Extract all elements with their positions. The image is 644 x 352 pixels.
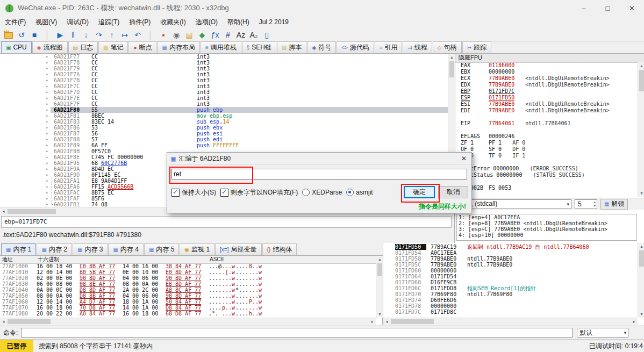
breakpoint-dot[interactable]: •: [46, 196, 51, 202]
scroll-left-arrow[interactable]: ◂: [0, 318, 7, 325]
stack-row[interactable]: 0171FD70 77B69F80 ntdll.77B69F80: [383, 291, 638, 297]
arg-count-spinner[interactable]: 5 ▴▾: [575, 199, 597, 209]
tab-dump-1[interactable]: ▦内存 1: [1, 243, 36, 255]
disasm-row[interactable]: • 6AD21F81 8BEC mov ebp,esp: [0, 113, 448, 119]
tab-cpu[interactable]: ▣CPU: [1, 41, 32, 53]
snapshot-icon[interactable]: ◉: [170, 29, 183, 41]
stack-row[interactable]: 0171FD68 D16FE9CB: [383, 279, 638, 285]
disasm-row[interactable]: • 6AD21F7E CC int3: [0, 95, 448, 101]
breakpoint-dot[interactable]: •: [46, 155, 51, 160]
tab-source[interactable]: <>源代码: [337, 41, 374, 53]
register-row[interactable]: CF 0 TF 0 IF 1: [455, 153, 636, 159]
step-out-icon[interactable]: ↑: [105, 29, 118, 41]
maximize-button[interactable]: □: [596, 0, 620, 16]
tab-seh[interactable]: §SEH链: [242, 41, 276, 53]
scroll-left-arrow[interactable]: ◂: [383, 318, 390, 325]
stack-row[interactable]: 0171FD58 77B9ABE0 ntdll.77B9ABE0: [383, 256, 638, 262]
tab-call-stack[interactable]: ≡调用堆栈: [201, 41, 241, 53]
disasm-row[interactable]: • 6AD21F87 56 push esi: [0, 131, 448, 137]
register-row[interactable]: EBX 00000000: [455, 69, 636, 75]
tab-log[interactable]: ▤日志: [68, 41, 98, 53]
tab-locals[interactable]: [x=]局部变量: [215, 243, 261, 255]
argument-row[interactable]: 4: [esp+10] 00000000: [457, 232, 636, 238]
tab-references[interactable]: »引用: [375, 41, 403, 53]
hide-fpu-header[interactable]: 隐藏FPU: [455, 54, 644, 63]
step-over-icon[interactable]: ↷: [92, 29, 105, 41]
menu-item[interactable]: 收藏夹(I): [155, 17, 190, 28]
disasm-row[interactable]: • 6AD21F77 CC int3: [0, 54, 448, 60]
breakpoint-dot[interactable]: •: [46, 184, 51, 190]
stack-row[interactable]: 0171FD50 77B9AC19 返回到 ntdll.77B9AC19 自 n…: [383, 244, 638, 250]
horizontal-scrollbar[interactable]: ◂ ▸: [0, 318, 376, 325]
stack-row[interactable]: 0171FD54 A0C17EEA: [383, 250, 638, 256]
stack-row[interactable]: 0171FD7C 0171FD8C: [383, 309, 638, 315]
command-profile-select[interactable]: 默认 ▾: [577, 328, 628, 337]
dump-row[interactable]: 77AF105008 00 0A 00D8 8B AF 7704 00 06 0…: [0, 293, 376, 299]
pause-icon[interactable]: ‖: [67, 29, 80, 41]
register-row[interactable]: GS 002B FS 0053: [455, 185, 636, 191]
open-file-icon[interactable]: [2, 29, 15, 41]
breakpoint-dot[interactable]: •: [46, 143, 51, 148]
stack-row[interactable]: 0171FD64 0171FD54: [383, 274, 638, 279]
disasm-row[interactable]: • 6AD21F83 83EC 14 sub esp,14: [0, 119, 448, 125]
argument-row[interactable]: 2: [esp+8] 77B9ABE0 <ntdll.DbgUiRemoteBr…: [457, 220, 636, 226]
stack-row[interactable]: 0171FD78 00000000: [383, 303, 638, 309]
tab-dump-4[interactable]: ▦内存 4: [108, 243, 143, 255]
cancel-button[interactable]: 取消: [438, 186, 468, 198]
scrollbar-thumb[interactable]: [639, 250, 644, 267]
vertical-scrollbar[interactable]: ▴ ▾: [638, 62, 644, 197]
tab-symbols[interactable]: ◆符号: [307, 41, 336, 53]
breakpoint-dot[interactable]: •: [46, 96, 51, 101]
breakpoint-dot[interactable]: •: [46, 202, 51, 207]
dump-row[interactable]: 77AF108020 00 22 00A0 84 AF 7716 00 18 0…: [0, 311, 376, 315]
run-icon[interactable]: ▶: [54, 29, 67, 41]
dump-row[interactable]: 77AF107016 00 18 0070 D8 AF 7714 00 1A 0…: [0, 305, 376, 311]
scroll-left-arrow[interactable]: ◂: [0, 208, 7, 215]
tab-struct[interactable]: {}结构体: [262, 243, 297, 255]
dump-row[interactable]: 77AF101012 00 14 0080 5B AF 770E 00 10 0…: [0, 269, 376, 275]
disasm-row[interactable]: • 6AD21F79 CC int3: [0, 66, 448, 71]
disasm-row[interactable]: • 6AD21F7C CC int3: [0, 83, 448, 89]
scrollbar-thumb[interactable]: [449, 61, 454, 77]
breakpoint-dot[interactable]: •: [46, 173, 51, 178]
menu-item[interactable]: 调试(D): [62, 17, 94, 28]
menu-item[interactable]: 帮助(H): [223, 17, 254, 28]
breakpoint-dot[interactable]: •: [46, 161, 51, 166]
breakpoint-dot[interactable]: •: [46, 66, 51, 71]
breakpoint-dot[interactable]: •: [46, 90, 51, 95]
disasm-row[interactable]: • 6AD21F7A CC int3: [0, 71, 448, 77]
breakpoint-dot[interactable]: •: [46, 102, 51, 107]
menu-item[interactable]: 文件(F): [0, 17, 31, 28]
disasm-row[interactable]: • 6AD21F88 57 push edi: [0, 137, 448, 142]
command-input[interactable]: [21, 328, 573, 337]
calling-convention-select[interactable]: 默认 (stdcall) ▾: [457, 199, 571, 209]
tab-script[interactable]: ▥脚本: [277, 41, 306, 53]
tab-handles[interactable]: ◇句柄: [433, 41, 462, 53]
disasm-row[interactable]: • 6AD21F7B CC int3: [0, 77, 448, 83]
menu-item[interactable]: 选项(O): [191, 17, 223, 28]
scroll-right-arrow[interactable]: ▸: [631, 318, 638, 325]
tab-dump-5[interactable]: ▦内存 5: [144, 243, 179, 255]
hash-icon[interactable]: #: [221, 29, 234, 41]
scrollbar-thumb[interactable]: [377, 263, 382, 276]
stack-row[interactable]: 0171FD5C 77B9ABE0 ntdll.77B9ABE0: [383, 262, 638, 268]
tab-dump-2[interactable]: ▦内存 2: [37, 243, 71, 255]
register-row[interactable]: EDX 77B9ABE0 <ntdll.DbgUiRemoteBreakin>: [455, 82, 636, 88]
scroll-right-arrow[interactable]: ▸: [369, 318, 376, 325]
register-row[interactable]: ESI 77B9ABE0 <ntdll.DbgUiRemoteBreakin>: [455, 101, 636, 107]
breakpoint-dot[interactable]: •: [46, 167, 51, 172]
menu-item[interactable]: 视图(V): [31, 17, 62, 28]
mouse-icon[interactable]: ▯: [260, 29, 273, 41]
register-row[interactable]: EDI 77B9ABE0 <ntdll.DbgUiRemoteBreakin>: [455, 107, 636, 114]
calculator-icon[interactable]: ƒx: [209, 29, 221, 41]
font-icon[interactable]: A₂: [247, 29, 260, 41]
scroll-up-arrow[interactable]: ▴: [638, 62, 644, 69]
breakpoint-dot[interactable]: •: [46, 131, 51, 137]
restart-icon[interactable]: ↺: [15, 29, 28, 41]
horizontal-scrollbar[interactable]: ◂ ▸: [383, 318, 638, 325]
disasm-row[interactable]: • 6AD21F78 CC int3: [0, 60, 448, 66]
scroll-up-arrow[interactable]: ▴: [638, 243, 644, 250]
shield-icon[interactable]: ◆: [196, 29, 209, 41]
dialog-radio[interactable]: XEDParse: [302, 189, 342, 196]
tab-dump-3[interactable]: ▦内存 3: [73, 243, 108, 255]
